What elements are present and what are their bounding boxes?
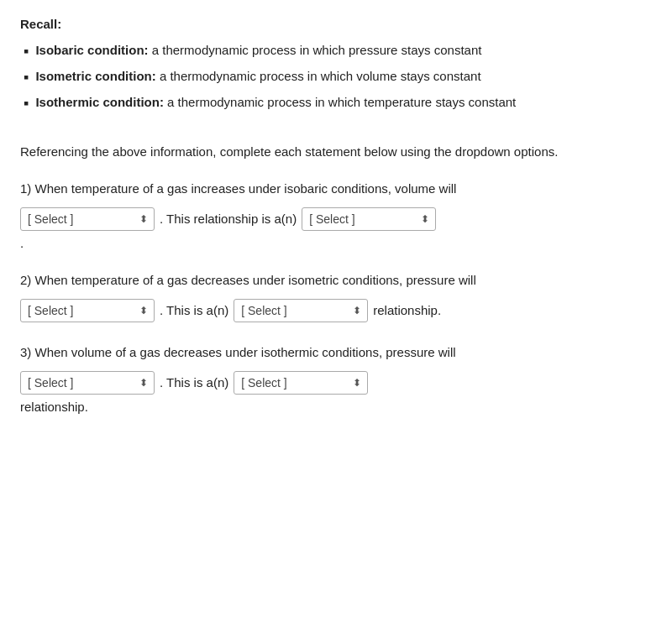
list-item: ▪ Isometric condition: a thermodynamic p… [24, 67, 652, 88]
q2-select2[interactable]: [ Select ] [234, 299, 368, 322]
q1-select1-wrapper: [ Select ] [20, 207, 155, 231]
question-3-answer-row: [ Select ] . This is a(n) [ Select ] [20, 371, 652, 395]
question-3-block: 3) When volume of a gas decreases under … [20, 342, 652, 414]
list-item-text: Isometric condition: a thermodynamic pro… [35, 67, 480, 86]
q1-select2[interactable]: [ Select ] [302, 207, 436, 231]
list-item: ▪ Isothermic condition: a thermodynamic … [24, 93, 652, 114]
question-1-answer-row: [ Select ] . This relationship is a(n) [… [20, 207, 652, 231]
recall-header: Recall: [20, 17, 652, 31]
list-item-text: Isothermic condition: a thermodynamic pr… [35, 93, 516, 112]
q2-middle-text: . This is a(n) [160, 303, 228, 317]
q3-select2[interactable]: [ Select ] [234, 371, 368, 395]
q3-select1-wrapper: [ Select ] [20, 371, 155, 395]
q1-select1[interactable]: [ Select ] [20, 207, 155, 231]
question-2-text: 2) When temperature of a gas decreases u… [20, 270, 652, 290]
bullet-icon: ▪ [24, 41, 29, 62]
q2-select2-wrapper: [ Select ] [234, 299, 368, 322]
q3-middle-text: . This is a(n) [160, 375, 228, 390]
q2-select1-wrapper: [ Select ] [20, 299, 155, 322]
final-trailing-text: relationship. [20, 400, 652, 414]
q3-select2-wrapper: [ Select ] [234, 371, 368, 395]
recall-list: ▪ Isobaric condition: a thermodynamic pr… [20, 41, 652, 115]
question-1-text: 1) When temperature of a gas increases u… [20, 179, 652, 199]
bullet-icon: ▪ [24, 67, 29, 88]
question-2-block: 2) When temperature of a gas decreases u… [20, 270, 652, 322]
term: Isometric condition: [35, 69, 155, 83]
q2-trailing-text: relationship. [373, 303, 441, 317]
q1-middle-text: . This relationship is a(n) [160, 212, 297, 226]
list-item-text: Isobaric condition: a thermodynamic proc… [35, 41, 481, 60]
q3-select1[interactable]: [ Select ] [20, 371, 155, 395]
question-1-block: 1) When temperature of a gas increases u… [20, 179, 652, 250]
question-2-answer-row: [ Select ] . This is a(n) [ Select ] rel… [20, 299, 652, 322]
q2-select1[interactable]: [ Select ] [20, 299, 155, 322]
term: Isothermic condition: [35, 95, 164, 109]
question-3-text: 3) When volume of a gas decreases under … [20, 342, 652, 363]
q1-select2-wrapper: [ Select ] [302, 207, 436, 231]
term: Isobaric condition: [35, 43, 148, 57]
bullet-icon: ▪ [24, 93, 29, 114]
intro-text: Referencing the above information, compl… [20, 142, 652, 162]
q1-dot: . [20, 236, 652, 250]
list-item: ▪ Isobaric condition: a thermodynamic pr… [24, 41, 652, 62]
